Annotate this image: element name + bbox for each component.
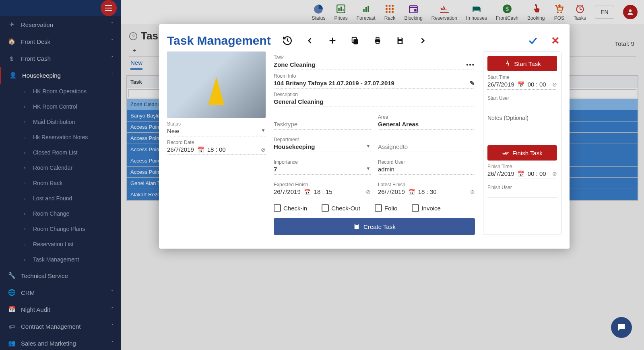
copy-icon[interactable]: [349, 35, 361, 47]
finish-task-button[interactable]: Finish Task: [487, 145, 557, 161]
record-user-label: Record User: [378, 159, 475, 165]
task-image: [167, 51, 266, 118]
record-date-label: Record Date: [167, 140, 266, 145]
area-label: Area: [378, 114, 475, 120]
svg-point-46: [507, 61, 508, 62]
checkout-label: Check-Out: [331, 205, 360, 212]
room-info-label: Room Info: [274, 73, 475, 79]
wet-floor-sign-icon: [208, 77, 225, 105]
department-label: Department: [274, 137, 371, 142]
room-info-field[interactable]: 104 Britany Tafoya 21.07.2019 - 27.07.20…: [274, 79, 475, 89]
svg-rect-44: [398, 41, 401, 43]
assignedto-label: [378, 137, 475, 142]
clear-icon[interactable]: ⊘: [261, 146, 266, 153]
description-field[interactable]: General Cleaning: [274, 97, 475, 107]
start-user-label: Start User: [487, 95, 557, 101]
checkin-label: Check-in: [283, 205, 307, 212]
svg-rect-41: [376, 37, 379, 39]
chat-bubble-button[interactable]: [611, 317, 632, 338]
record-date-field[interactable]: 26/7/2019 📅 18 : 00 ⊘: [167, 145, 266, 155]
start-user-field[interactable]: [487, 101, 557, 108]
confirm-icon[interactable]: [527, 35, 539, 47]
finish-time-field[interactable]: 26/7/2019📅 00 : 00⊘: [487, 169, 557, 179]
importance-label: Importance: [274, 159, 371, 165]
invoice-checkbox[interactable]: [412, 204, 419, 212]
folio-label: Folio: [384, 205, 398, 212]
add-icon[interactable]: [326, 35, 339, 47]
clear-icon[interactable]: ⊘: [366, 189, 371, 195]
check-all-icon: [502, 149, 509, 156]
task-management-modal: Task Management ✕ Status New▼ Record Dat…: [159, 24, 570, 249]
finish-time-label: Finish Time: [487, 164, 557, 169]
area-field[interactable]: General Areas: [378, 120, 475, 130]
calendar-icon: 📅: [304, 189, 311, 195]
svg-rect-42: [376, 42, 379, 44]
tasktype-label: [274, 114, 371, 120]
clear-icon[interactable]: ⊘: [552, 81, 557, 88]
task-field[interactable]: Zone Cleaning•••: [274, 60, 475, 70]
finish-user-field[interactable]: [487, 190, 557, 198]
task-label: Task: [274, 55, 475, 60]
print-icon[interactable]: [372, 35, 384, 47]
svg-rect-38: [353, 39, 358, 44]
modal-title: Task Management: [167, 34, 271, 47]
record-user-field: admin: [378, 165, 475, 175]
svg-rect-43: [398, 37, 401, 39]
start-time-label: Start Time: [487, 74, 557, 80]
latest-finish-label: Latest Finish: [378, 182, 475, 187]
latest-finish-field[interactable]: 26/7/2019📅 18 : 30⊘: [378, 187, 475, 197]
create-task-button[interactable]: Create Task: [274, 218, 475, 235]
importance-field[interactable]: 7▼: [274, 165, 371, 175]
checkout-checkbox[interactable]: [322, 204, 329, 212]
checkin-checkbox[interactable]: [274, 204, 281, 212]
next-icon[interactable]: [417, 35, 429, 47]
svg-rect-45: [355, 224, 358, 225]
calendar-icon: 📅: [518, 81, 524, 88]
close-icon[interactable]: ✕: [549, 35, 561, 47]
invoice-label: Invoice: [421, 205, 441, 212]
department-field[interactable]: Housekeeping▼: [274, 142, 371, 152]
save-icon: [353, 223, 360, 230]
start-time-field[interactable]: 26/7/2019📅 00 : 00⊘: [487, 80, 557, 90]
save-icon[interactable]: [394, 35, 406, 47]
clear-icon[interactable]: ⊘: [470, 189, 475, 195]
status-label: Status: [167, 121, 266, 127]
history-icon[interactable]: [281, 35, 293, 47]
tasktype-field[interactable]: Tasktype: [274, 120, 371, 130]
chat-icon: [617, 323, 626, 332]
calendar-icon: 📅: [408, 189, 415, 195]
modal-toolbar: Task Management ✕: [167, 34, 561, 47]
calendar-icon: 📅: [197, 146, 204, 153]
more-icon[interactable]: •••: [466, 61, 475, 68]
description-label: Description: [274, 92, 475, 97]
prev-icon[interactable]: [304, 35, 316, 47]
clear-icon[interactable]: ⊘: [552, 171, 557, 177]
notes-label[interactable]: Notes (Optional): [487, 115, 557, 121]
folio-checkbox[interactable]: [375, 204, 382, 212]
run-icon: [504, 60, 511, 67]
finish-user-label: Finish User: [487, 185, 557, 190]
calendar-icon: 📅: [518, 171, 524, 177]
assignedto-field[interactable]: Assignedto: [378, 142, 475, 152]
expected-finish-field[interactable]: 26/7/2019📅 18 : 15⊘: [274, 187, 371, 197]
start-task-button[interactable]: Start Task: [487, 56, 557, 71]
status-select[interactable]: New▼: [167, 127, 266, 136]
edit-icon[interactable]: ✎: [470, 80, 475, 87]
expected-finish-label: Expected Finish: [274, 182, 371, 187]
